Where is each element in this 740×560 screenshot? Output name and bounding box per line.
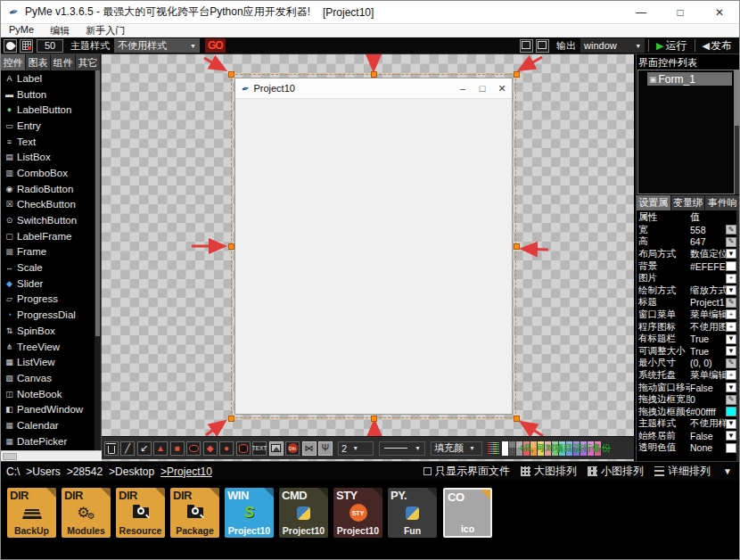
run-button[interactable]: ▶ 运行: [653, 38, 690, 54]
widget-list-item[interactable]: ◉ RadioButton: [1, 181, 95, 197]
widget-list-item[interactable]: ◧ PanedWindow: [1, 401, 95, 417]
widget-list-scrollbar[interactable]: [95, 70, 101, 450]
resize-handle-sw[interactable]: [228, 416, 234, 422]
go-button[interactable]: GO: [205, 38, 226, 53]
line-icon[interactable]: ╱: [120, 441, 135, 456]
property-control-button[interactable]: ✎: [726, 395, 736, 405]
property-value[interactable]: 558: [690, 225, 726, 235]
widget-list-item[interactable]: ▦ ListView: [1, 354, 95, 370]
style-select[interactable]: 不使用样式 ▼: [114, 38, 200, 53]
resize-handle-ne[interactable]: [514, 71, 520, 78]
designed-maximize-button[interactable]: □: [473, 83, 492, 94]
property-control-button[interactable]: ▼: [726, 249, 736, 259]
widget-list-item[interactable]: ◔ ProgressDial: [1, 307, 95, 323]
trash-icon[interactable]: [104, 441, 119, 456]
property-value[interactable]: 数值定位: [690, 248, 726, 260]
widget-tab[interactable]: 组件: [51, 54, 76, 70]
arrow-southwest-icon[interactable]: ↙: [137, 441, 152, 456]
breadcrumb-segment[interactable]: >Project10: [160, 465, 212, 478]
property-control-button[interactable]: ▼: [726, 285, 736, 295]
property-value[interactable]: #00ffff: [690, 407, 726, 417]
property-value[interactable]: 缩放方式: [690, 284, 726, 297]
property-control-button[interactable]: +: [726, 370, 736, 380]
property-value[interactable]: None: [690, 442, 726, 453]
widget-list-item[interactable]: ▤ ListBox: [1, 149, 95, 165]
property-control-button[interactable]: ▼: [726, 383, 736, 392]
designed-window[interactable]: ✒ Project10 – □ ✕: [234, 78, 513, 415]
designed-close-button[interactable]: ✕: [492, 83, 512, 95]
gis-icon[interactable]: Dth: [285, 441, 300, 456]
publish-button[interactable]: ◀ 发布: [699, 38, 736, 54]
designed-minimize-button[interactable]: –: [453, 83, 473, 94]
widget-list-item[interactable]: ▦ DatePicker: [1, 433, 95, 449]
property-value[interactable]: (0, 0): [690, 358, 726, 368]
triangle-icon[interactable]: ▲: [153, 441, 168, 456]
widget-list-item[interactable]: ▢ LabelFrame: [1, 228, 95, 244]
breadcrumb-segment[interactable]: >Desktop: [109, 465, 154, 478]
image-icon[interactable]: [269, 441, 284, 456]
resize-handle-e[interactable]: [514, 243, 520, 250]
output-label[interactable]: 输出: [556, 39, 576, 53]
widget-list-item[interactable]: ▭ Entry: [1, 118, 95, 134]
menu-item[interactable]: 新手入门: [78, 24, 133, 37]
property-value[interactable]: True: [690, 334, 726, 344]
file-tile-package[interactable]: DIR Package: [170, 488, 219, 538]
resize-handle-n[interactable]: [371, 71, 377, 78]
grid-snap-button[interactable]: [20, 39, 33, 53]
widget-list-item[interactable]: ▦ Calendar: [1, 417, 95, 433]
property-value[interactable]: 647: [690, 236, 726, 247]
grid-size-input[interactable]: 50: [37, 39, 63, 53]
property-control-button[interactable]: ✎: [726, 298, 736, 308]
property-tab[interactable]: 事件响: [705, 195, 740, 210]
resize-handle-w[interactable]: [228, 243, 234, 250]
minimize-button[interactable]: —: [621, 1, 661, 24]
design-canvas[interactable]: ✒ Project10 – □ ✕: [102, 54, 634, 461]
tree-shape-icon[interactable]: Ψ: [318, 441, 333, 456]
color-swatch[interactable]: [502, 441, 508, 456]
widget-list-item[interactable]: ◫ NoteBook: [1, 386, 95, 402]
widget-list-item[interactable]: ▱ Progress: [1, 292, 95, 308]
file-tile-win-project[interactable]: WIN S Project10: [225, 488, 274, 538]
property-value[interactable]: #EFEFEF: [690, 261, 726, 272]
property-control-button[interactable]: ✎: [726, 237, 736, 247]
property-value[interactable]: 0: [690, 394, 726, 405]
widget-list-item[interactable]: ⊙ SwitchButton: [1, 212, 95, 228]
property-control-button[interactable]: ✎: [726, 358, 736, 368]
property-value[interactable]: 不使用样: [690, 417, 726, 430]
property-tab[interactable]: 设置属: [637, 195, 671, 210]
property-control-button[interactable]: ▼: [726, 346, 736, 356]
resize-handle-nw[interactable]: [228, 71, 234, 78]
property-control-button[interactable]: [726, 261, 736, 271]
paint-tool-button[interactable]: [4, 39, 17, 53]
resize-handle-s[interactable]: [371, 416, 377, 422]
widget-list-item[interactable]: A Label: [1, 70, 95, 86]
menu-item[interactable]: PyMe: [1, 24, 42, 37]
resize-handle-se[interactable]: [514, 416, 520, 422]
file-tile-modules[interactable]: DIR ⚙⚙ Modules: [62, 488, 111, 538]
property-tab[interactable]: 变量绑: [671, 195, 706, 210]
widget-tab[interactable]: 控件: [1, 54, 26, 70]
widget-list-item[interactable]: ▨ Canvas: [1, 370, 95, 386]
property-value[interactable]: False: [690, 431, 726, 441]
diamond-icon[interactable]: ◆: [203, 441, 218, 456]
property-grid-scrollbar[interactable]: [736, 210, 740, 461]
chevron-down-icon[interactable]: ▼: [723, 466, 732, 476]
widget-list-item[interactable]: ⋔ TreeView: [1, 339, 95, 355]
widget-list-item[interactable]: ▩ Frame: [1, 244, 95, 260]
property-value[interactable]: 菜单编辑: [690, 309, 726, 321]
file-tile-cmd-project[interactable]: CMD Project10: [279, 488, 328, 538]
property-control-button[interactable]: [726, 407, 736, 416]
ellipse-icon[interactable]: [186, 441, 201, 456]
line-style-select[interactable]: ▼: [379, 441, 425, 456]
cylinder-icon[interactable]: [236, 441, 251, 456]
property-value[interactable]: 不使用图: [690, 321, 726, 334]
widget-list-item[interactable]: ≡ Text: [1, 134, 95, 150]
fill-color-select[interactable]: 填充颜▼: [431, 441, 482, 456]
panel-layout-button-2[interactable]: [536, 39, 549, 53]
file-tile-sty-project[interactable]: STY STY Project10: [333, 488, 382, 538]
rectangle-icon[interactable]: ■: [170, 441, 185, 456]
flip-icon[interactable]: ⋈: [302, 441, 317, 456]
breadcrumb-segment[interactable]: C:\: [6, 465, 20, 478]
widget-tab[interactable]: 图表: [26, 54, 51, 70]
small-icons-view-button[interactable]: 小图排列: [601, 464, 644, 479]
